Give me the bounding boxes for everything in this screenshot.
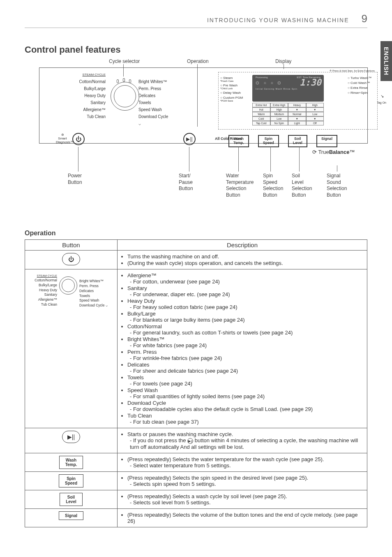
cycle-item: Speed Wash- For small quantities of ligh… xyxy=(127,387,364,399)
disp-opt: ○ Turbo Wash™ xyxy=(348,76,376,80)
caption-soil: Soil Level Selection Button xyxy=(292,173,312,198)
desc-line: (During the wash cycle) stops operation,… xyxy=(127,260,364,266)
cycle-item: Sanitary- For underwear, diaper etc. (se… xyxy=(127,285,364,297)
cycle-item: Allergiene™- For cotton, underwear (see … xyxy=(127,272,364,285)
caption-spin: Spin Speed Selection Button xyxy=(263,173,283,198)
cycle-opt: Speed Wash xyxy=(138,106,171,113)
disp-opt: ○ Rinse+Spin xyxy=(348,91,376,95)
cycle-item: Cotton/Normal- For general laundry, such… xyxy=(127,323,364,336)
cycle-opt: Cotton/Normal xyxy=(78,78,106,85)
cycle-item: Tub Clean- For tub clean (see page 37) xyxy=(127,413,364,425)
spin-speed-button: Spin Speed xyxy=(258,135,279,147)
table-row: ▶|| Starts or pauses the washing machine… xyxy=(25,428,367,453)
cycle-dial-thumb: STEAM CYCLE Cotton/Normal Bulky/Large He… xyxy=(34,274,108,308)
table-row: ⏻ Turns the washing machine on and off. … xyxy=(25,251,367,269)
caption-water: Water Temperature Selection Button xyxy=(226,173,254,198)
cycle-opt: Download Cycle ⌵ xyxy=(138,113,171,127)
cycle-opt: Delicates xyxy=(138,92,171,99)
disp-opt: ○ Custom PGM*PGM Save xyxy=(220,96,249,102)
power-button-icon: ⏻ xyxy=(72,133,85,145)
signal-btn: Signal xyxy=(59,511,83,520)
soil-level-button: Soil Level xyxy=(288,135,307,147)
tag-arrow-icon: ↘ xyxy=(380,94,384,98)
language-tab: ENGLISH xyxy=(380,41,392,81)
table-row: Spin Speed (Press repeatedly) Selects th… xyxy=(25,471,367,490)
cycle-opt: Sanitary xyxy=(78,99,106,106)
lbl-operation: Operation xyxy=(187,58,209,64)
lbl-display: Display xyxy=(275,58,291,64)
desc-line: (Press repeatedly) Selects the water tem… xyxy=(127,456,364,469)
cycle-item: Delicates- For sheer and delicate fabric… xyxy=(127,362,364,374)
operation-heading: Operation xyxy=(25,230,367,237)
cycle-item: Download Cycle- For downloadable cycles … xyxy=(127,400,364,412)
cycle-opt: Heavy Duty xyxy=(78,92,106,99)
caption-signal: Signal Sound Selection Button xyxy=(327,173,347,198)
panel-outline: STEAM CYCLE Cotton/Normal Bulky/Large He… xyxy=(39,67,368,144)
desc-line: (Press repeatedly) Selects the spin spee… xyxy=(127,475,364,487)
desc-line: Starts or pauses the washing machine cyc… xyxy=(127,431,364,450)
display-grid: Extra HotExtra HighHeavyHigh HotHigh▼▼ W… xyxy=(252,103,324,125)
tag-on-label: Tag On xyxy=(377,101,386,104)
cycle-opt: Tub Clean xyxy=(78,113,106,120)
start-pause-button-icon: ▶|| xyxy=(183,133,196,145)
dial-inner xyxy=(114,85,136,107)
table-row: Signal (Press repeatedly) Selects the vo… xyxy=(25,508,367,527)
signal-button: Signal xyxy=(316,135,337,147)
display-note: ※ Press & Hold 3sec. for Extra Functions xyxy=(330,69,375,72)
cycle-opt: Towels xyxy=(138,99,171,106)
disp-opt: ○ Extra Rinse xyxy=(348,86,376,90)
cycle-opt: Bulky/Large xyxy=(78,85,106,92)
cycle-dial: STEAM CYCLE Cotton/Normal Bulky/Large He… xyxy=(78,71,171,129)
steam-cycle-label: STEAM CYCLE xyxy=(78,71,106,78)
caption-power: Power Button xyxy=(68,173,82,186)
cycle-opt: Perm. Press xyxy=(138,85,171,92)
desc-line: (Press repeatedly) Selects the volume of… xyxy=(127,512,364,524)
cycle-opt: Bright Whites™ xyxy=(138,78,171,85)
start-pause-inline-icon: ▶|| xyxy=(187,438,193,444)
lbl-cycle-selector: Cycle selector xyxy=(109,58,140,64)
disp-opt: ○ Delay Wash xyxy=(220,91,249,95)
table-row: Soil Level (Press repeatedly) Selects a … xyxy=(25,490,367,508)
all-cold-rinses: All Cold Rinses xyxy=(215,137,242,141)
disp-opt: ○ Cold Wash™ xyxy=(348,81,376,85)
header-section: INTRODUCING YOUR WASHING MACHINE xyxy=(207,17,349,23)
table-row: Wash Temp. (Press repeatedly) Selects th… xyxy=(25,453,367,471)
operation-table: Button Description ⏻ Turns the washing m… xyxy=(25,239,367,527)
control-panel-diagram: Cycle selector Operation Display STEAM C… xyxy=(25,58,367,223)
wash-temp-btn: Wash Temp. xyxy=(59,456,83,469)
smart-diagnosis-label: ⊚Smart Diagnosis™ xyxy=(56,133,69,144)
cycle-opt: Allergiene™ xyxy=(78,106,106,113)
desc-line: Turns the washing machine on and off. xyxy=(127,253,364,260)
cycle-item: Perm. Press- For wrinkle-free fabrics (s… xyxy=(127,349,364,361)
section-heading: Control panel features xyxy=(25,44,367,55)
cycle-item: Bulky/Large- For blankets or large bulky… xyxy=(127,311,364,323)
th-desc: Description xyxy=(118,240,367,251)
disp-opt: ○ Steam*Fresh Care xyxy=(220,76,249,82)
desc-line: (Press repeatedly) Selects a wash cycle … xyxy=(127,493,364,506)
power-icon: ⏻ xyxy=(62,253,80,265)
th-button: Button xyxy=(25,240,118,251)
spin-speed-btn: Spin Speed xyxy=(59,474,83,487)
lcd-screen: Processing EST. Time Remaining ⏣ ⌗ ⌗ ⏣ I… xyxy=(252,75,324,102)
cycle-item: Towels- For towels (see page 24) xyxy=(127,374,364,387)
caption-startpause: Start/ Pause Button xyxy=(179,173,193,192)
soil-level-btn: Soil Level xyxy=(60,493,83,506)
cycle-item: Bright Whites™- For white fabrics (see p… xyxy=(127,336,364,348)
page-number: 9 xyxy=(362,12,367,25)
display-area: ※ Press & Hold 3sec. for Extra Functions… xyxy=(218,72,378,130)
table-row: STEAM CYCLE Cotton/Normal Bulky/Large He… xyxy=(25,269,367,428)
cycle-item: Heavy Duty- For heavy soiled cotton fabr… xyxy=(127,298,364,310)
truebalance-logo: ⟳ TrueBalance™ xyxy=(312,149,355,155)
disp-opt: ○ Pre Wash*Child Lock xyxy=(220,84,249,90)
start-pause-icon: ▶|| xyxy=(62,431,80,443)
